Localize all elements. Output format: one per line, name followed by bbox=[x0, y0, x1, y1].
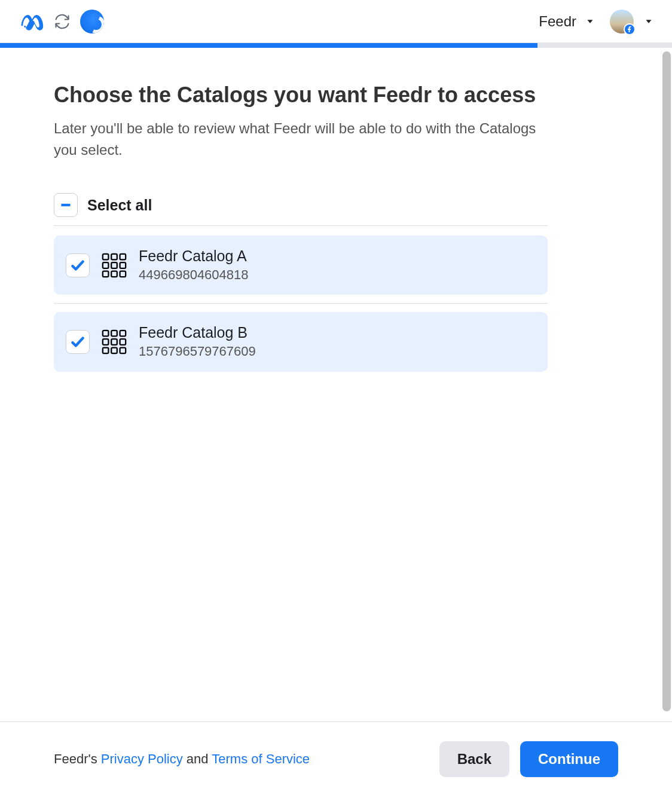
meta-logo-icon bbox=[18, 8, 44, 35]
footer-brand: Feedr's bbox=[54, 751, 101, 766]
svg-rect-7 bbox=[103, 271, 109, 277]
svg-rect-4 bbox=[103, 262, 109, 268]
scrollbar[interactable] bbox=[662, 51, 671, 711]
catalog-text: Feedr Catalog A 449669804604818 bbox=[139, 246, 249, 284]
divider bbox=[54, 303, 548, 304]
user-menu[interactable] bbox=[610, 10, 654, 33]
footer-and: and bbox=[183, 751, 212, 766]
svg-rect-17 bbox=[111, 348, 117, 354]
catalog-checkbox[interactable] bbox=[66, 253, 90, 277]
main-content: Choose the Catalogs you want Feedr to ac… bbox=[0, 48, 601, 372]
header-left bbox=[18, 8, 104, 35]
header-right: Feedr bbox=[539, 10, 654, 33]
svg-rect-9 bbox=[120, 271, 126, 277]
page-subtitle: Later you'll be able to review what Feed… bbox=[54, 118, 548, 161]
back-button[interactable]: Back bbox=[439, 741, 509, 777]
svg-rect-18 bbox=[120, 348, 126, 354]
chevron-down-icon bbox=[643, 16, 654, 27]
select-all-checkbox[interactable] bbox=[54, 193, 78, 217]
header-bar: Feedr bbox=[0, 0, 672, 43]
svg-rect-8 bbox=[111, 271, 117, 277]
footer-legal: Feedr's Privacy Policy and Terms of Serv… bbox=[54, 751, 310, 767]
svg-rect-16 bbox=[103, 348, 109, 354]
page-title: Choose the Catalogs you want Feedr to ac… bbox=[54, 81, 548, 108]
svg-rect-13 bbox=[103, 339, 109, 345]
privacy-policy-link[interactable]: Privacy Policy bbox=[101, 751, 183, 766]
catalog-id: 449669804604818 bbox=[139, 266, 249, 285]
svg-rect-11 bbox=[111, 331, 117, 337]
svg-rect-10 bbox=[103, 331, 109, 337]
sync-icon bbox=[54, 13, 71, 30]
footer-actions: Back Continue bbox=[439, 741, 618, 777]
app-selector-label: Feedr bbox=[539, 13, 576, 30]
svg-rect-5 bbox=[111, 262, 117, 268]
catalog-list: Feedr Catalog A 449669804604818 Feedr Ca… bbox=[54, 236, 548, 372]
terms-of-service-link[interactable]: Terms of Service bbox=[212, 751, 310, 766]
chevron-down-icon bbox=[585, 16, 595, 27]
svg-rect-2 bbox=[111, 253, 117, 259]
svg-rect-3 bbox=[120, 253, 126, 259]
select-all-label: Select all bbox=[87, 197, 152, 214]
catalog-grid-icon bbox=[100, 252, 128, 279]
select-all-row[interactable]: Select all bbox=[54, 189, 548, 226]
catalog-grid-icon bbox=[100, 328, 128, 356]
catalog-text: Feedr Catalog B 1576796579767609 bbox=[139, 323, 256, 360]
progress-bar bbox=[0, 43, 672, 48]
catalog-item[interactable]: Feedr Catalog A 449669804604818 bbox=[54, 236, 548, 295]
progress-fill bbox=[0, 43, 537, 48]
catalog-name: Feedr Catalog B bbox=[139, 323, 256, 343]
svg-rect-12 bbox=[120, 331, 126, 337]
continue-button[interactable]: Continue bbox=[520, 741, 618, 777]
svg-rect-14 bbox=[111, 339, 117, 345]
svg-rect-15 bbox=[120, 339, 126, 345]
catalog-id: 1576796579767609 bbox=[139, 343, 256, 361]
svg-rect-6 bbox=[120, 262, 126, 268]
facebook-badge-icon bbox=[624, 23, 636, 35]
catalog-name: Feedr Catalog A bbox=[139, 246, 249, 266]
catalog-item[interactable]: Feedr Catalog B 1576796579767609 bbox=[54, 312, 548, 371]
scrollbar-thumb[interactable] bbox=[662, 51, 671, 711]
app-logo-icon bbox=[80, 10, 104, 33]
svg-rect-1 bbox=[103, 253, 109, 259]
avatar bbox=[610, 10, 634, 33]
app-selector[interactable]: Feedr bbox=[539, 13, 595, 30]
catalog-checkbox[interactable] bbox=[66, 330, 90, 354]
footer-bar: Feedr's Privacy Policy and Terms of Serv… bbox=[0, 721, 672, 801]
